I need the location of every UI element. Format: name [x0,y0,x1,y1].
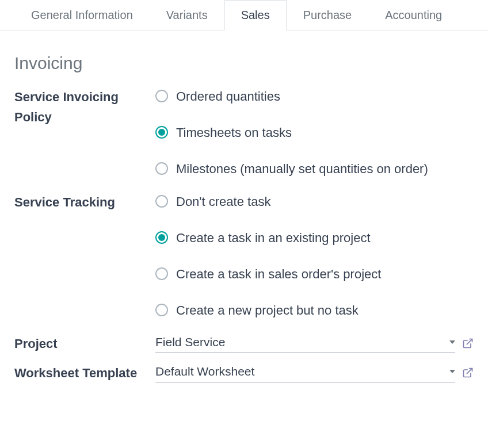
radio-group-service-tracking: Don't create task Create a task in an ex… [155,192,474,320]
radio-create-task-so-project[interactable]: Create a task in sales order's project [155,265,474,284]
radio-circle-icon [155,162,168,175]
radio-label-ordered: Ordered quantities [176,87,280,106]
radio-circle-checked-icon [155,126,168,139]
external-link-icon [462,338,474,349]
radio-circle-icon [155,195,168,208]
sales-tab-content: Invoicing Service Invoicing Policy Order… [0,30,488,398]
svg-line-0 [467,339,472,344]
label-invoicing-policy: Service Invoicing Policy [14,87,155,127]
caret-down-icon [449,370,455,373]
radio-milestones[interactable]: Milestones (manually set quantities on o… [155,159,474,178]
tab-general-information[interactable]: General Information [14,0,150,30]
radio-circle-icon [155,267,168,280]
tab-variants[interactable]: Variants [150,0,224,30]
tab-accounting[interactable]: Accounting [368,0,459,30]
tab-sales[interactable]: Sales [224,0,287,30]
radio-circle-icon [155,90,168,102]
project-external-link[interactable] [462,338,474,349]
label-project: Project [14,334,155,354]
row-project: Project Field Service [14,334,474,354]
radio-circle-checked-icon [155,231,168,244]
radio-label-new-project: Create a new project but no task [176,301,359,320]
tab-bar: General Information Variants Sales Purch… [0,0,488,30]
svg-line-1 [467,369,472,374]
radio-timesheets-on-tasks[interactable]: Timesheets on tasks [155,123,474,142]
row-service-tracking: Service Tracking Don't create task Creat… [14,192,474,320]
radio-create-new-project-no-task[interactable]: Create a new project but no task [155,301,474,320]
external-link-icon [462,367,474,378]
radio-ordered-quantities[interactable]: Ordered quantities [155,87,474,106]
label-service-tracking: Service Tracking [14,192,155,212]
radio-label-so-project: Create a task in sales order's project [176,265,381,284]
row-invoicing-policy: Service Invoicing Policy Ordered quantit… [14,87,474,178]
row-worksheet-template: Worksheet Template Default Worksheet [14,363,474,383]
radio-label-none: Don't create task [176,192,270,211]
radio-label-timesheets: Timesheets on tasks [176,123,292,142]
radio-label-milestones: Milestones (manually set quantities on o… [176,159,428,178]
project-select[interactable]: Field Service [155,334,455,353]
label-worksheet-template: Worksheet Template [14,363,155,383]
caret-down-icon [449,340,455,344]
radio-create-task-existing-project[interactable]: Create a task in an existing project [155,228,474,247]
worksheet-select-value: Default Worksheet [155,365,254,378]
project-select-value: Field Service [155,335,225,349]
radio-group-invoicing-policy: Ordered quantities Timesheets on tasks M… [155,87,474,178]
worksheet-external-link[interactable] [462,367,474,378]
tab-purchase[interactable]: Purchase [287,0,369,30]
radio-label-existing: Create a task in an existing project [176,228,371,247]
section-title-invoicing: Invoicing [14,53,474,73]
radio-dont-create-task[interactable]: Don't create task [155,192,474,211]
radio-circle-icon [155,304,168,316]
worksheet-template-select[interactable]: Default Worksheet [155,363,455,382]
